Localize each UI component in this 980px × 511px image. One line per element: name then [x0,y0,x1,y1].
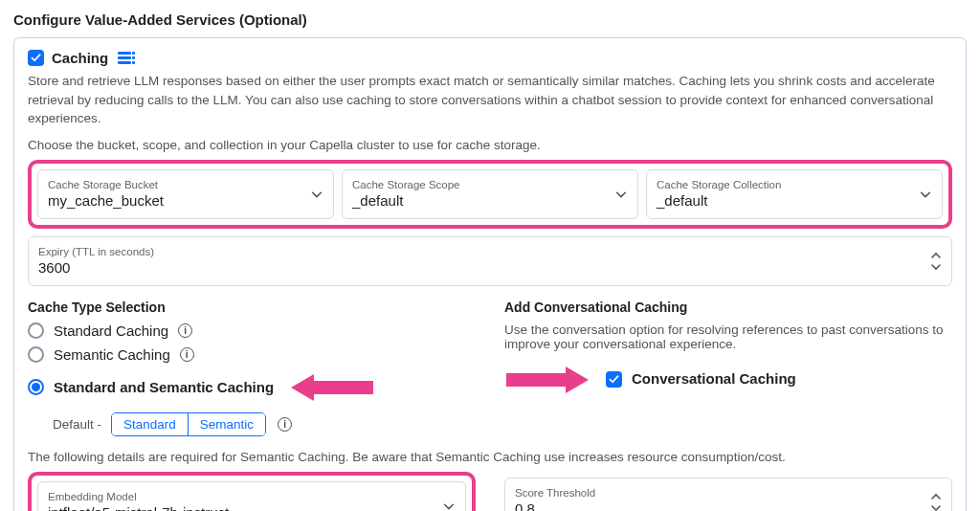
conversational-desc: Use the conversation option for resolvin… [504,322,952,351]
radio-standard-label: Standard Caching [54,322,168,339]
arrow-right-icon [504,363,590,397]
options-columns: Cache Type Selection Standard Caching i … [28,300,952,436]
conversational-row: Conversational Caching [504,363,952,397]
conversational-checkbox-group[interactable]: Conversational Caching [606,371,796,388]
embedding-model-select[interactable]: Embedding Model intfloat/e5-mistral-7b-i… [37,481,466,511]
score-threshold-field[interactable]: Score Threshold 0.8 [504,478,952,511]
radio-standard[interactable]: Standard Caching i [28,322,476,339]
conversational-heading: Add Conversational Caching [504,300,952,315]
panel-header: Caching [28,50,952,66]
score-value: 0.8 [515,500,930,511]
expiry-stepper-down[interactable] [930,262,942,272]
expiry-label: Expiry (TTL in seconds) [38,246,930,257]
info-icon[interactable]: i [278,417,292,432]
storage-highlight: Cache Storage Bucket my_cache_bucket Cac… [28,160,952,229]
chevron-down-icon [931,263,941,271]
expiry-value: 3600 [38,259,930,276]
semantic-fields-row: Embedding Model intfloat/e5-mistral-7b-i… [28,472,952,511]
chevron-up-icon [931,252,941,259]
radio-both-row: Standard and Semantic Caching [28,370,476,405]
default-segmented: Standard Semantic [111,412,266,436]
caching-title: Caching [52,50,108,66]
chevron-down-icon [442,500,456,511]
default-label: Default - [53,417,101,432]
embedding-value: intfloat/e5-mistral-7b-instruct [48,504,442,511]
arrow-right-annotation [504,363,590,397]
cache-bucket-value: my_cache_bucket [48,192,310,209]
score-label: Score Threshold [515,487,930,499]
cache-bucket-select[interactable]: Cache Storage Bucket my_cache_bucket [37,169,334,219]
page-title: Configure Value-Added Services (Optional… [13,11,967,28]
chevron-up-icon [931,493,941,500]
cache-bucket-label: Cache Storage Bucket [48,179,310,190]
caching-panel: Caching Store and retrieve LLM responses… [13,37,967,511]
check-icon [609,374,619,385]
radio-both[interactable]: Standard and Semantic Caching [28,379,274,395]
caching-checkbox[interactable] [28,50,44,66]
cache-collection-label: Cache Storage Collection [657,179,919,190]
chevron-down-icon [310,188,323,201]
seg-semantic-button[interactable]: Semantic [188,413,265,435]
seg-standard-button[interactable]: Standard [112,413,188,435]
expiry-stepper [930,251,942,272]
caching-description: Store and retrieve LLM responses based o… [28,72,952,128]
chevron-down-icon [931,504,941,511]
info-icon[interactable]: i [178,323,192,338]
radio-icon [28,322,44,339]
conversational-checkbox[interactable] [606,371,622,388]
score-stepper-up[interactable] [930,492,942,501]
score-stepper [930,492,942,511]
arrow-left-annotation [289,370,375,405]
info-icon[interactable]: i [180,347,194,362]
arrow-left-icon [289,370,375,405]
embedding-highlight: Embedding Model intfloat/e5-mistral-7b-i… [28,472,476,511]
chevron-down-icon [919,188,932,201]
cache-collection-select[interactable]: Cache Storage Collection _default [646,169,943,219]
radio-icon [28,346,44,363]
expiry-stepper-up[interactable] [930,251,942,260]
cache-type-column: Cache Type Selection Standard Caching i … [28,300,476,436]
storage-row: Cache Storage Bucket my_cache_bucket Cac… [37,169,943,219]
cache-scope-select[interactable]: Cache Storage Scope _default [342,169,638,219]
chevron-down-icon [614,188,628,201]
storage-hint: Choose the bucket, scope, and collection… [28,138,952,152]
embedding-label: Embedding Model [48,491,442,502]
check-icon [31,53,41,63]
radio-icon-selected [28,379,44,395]
caching-stack-icon [118,52,131,64]
cache-type-heading: Cache Type Selection [28,300,476,315]
radio-semantic[interactable]: Semantic Caching i [28,346,476,363]
default-toggle-row: Default - Standard Semantic i [53,412,476,436]
score-stepper-down[interactable] [930,503,942,511]
expiry-field[interactable]: Expiry (TTL in seconds) 3600 [28,236,952,286]
semantic-note: The following details are required for S… [28,450,952,464]
cache-scope-value: _default [352,192,614,209]
conversational-label: Conversational Caching [632,370,796,387]
radio-semantic-label: Semantic Caching [54,346,170,363]
conversational-column: Add Conversational Caching Use the conve… [504,300,952,436]
cache-scope-label: Cache Storage Scope [352,179,614,190]
cache-collection-value: _default [657,192,919,209]
radio-both-label: Standard and Semantic Caching [54,379,274,395]
